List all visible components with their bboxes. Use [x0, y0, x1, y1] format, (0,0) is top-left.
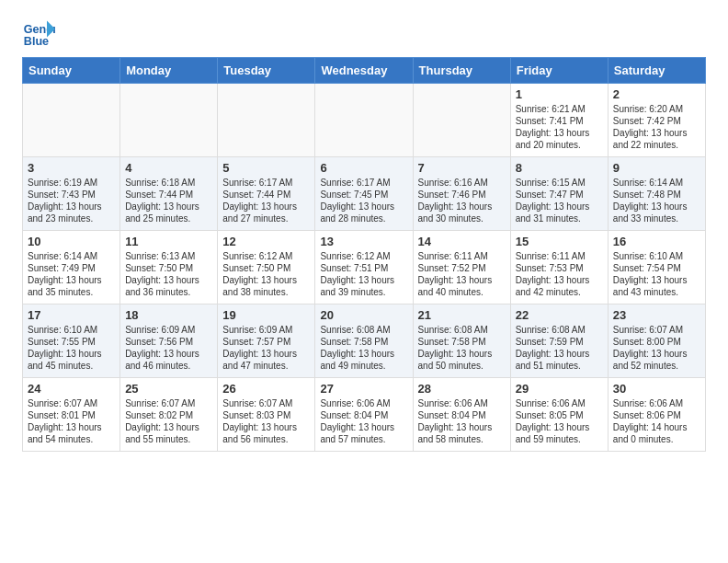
day-number: 12 [222, 235, 310, 248]
day-info: Sunrise: 6:14 AM Sunset: 7:49 PM Dayligh… [28, 250, 115, 298]
calendar-day-23: 23Sunrise: 6:07 AM Sunset: 8:00 PM Dayli… [608, 304, 705, 378]
day-info: Sunrise: 6:07 AM Sunset: 8:01 PM Dayligh… [28, 397, 115, 445]
day-info: Sunrise: 6:13 AM Sunset: 7:50 PM Dayligh… [125, 250, 212, 298]
calendar-day-10: 10Sunrise: 6:14 AM Sunset: 7:49 PM Dayli… [23, 231, 120, 304]
day-number: 29 [516, 382, 603, 396]
calendar-day-24: 24Sunrise: 6:07 AM Sunset: 8:01 PM Dayli… [23, 378, 120, 452]
day-info: Sunrise: 6:10 AM Sunset: 7:55 PM Dayligh… [28, 324, 115, 372]
day-number: 9 [613, 161, 700, 175]
day-header-thursday: Thursday [413, 58, 510, 84]
day-info: Sunrise: 6:09 AM Sunset: 7:56 PM Dayligh… [125, 324, 212, 372]
calendar-day-6: 6Sunrise: 6:17 AM Sunset: 7:45 PM Daylig… [315, 157, 413, 231]
calendar-day-29: 29Sunrise: 6:06 AM Sunset: 8:05 PM Dayli… [510, 378, 608, 452]
day-info: Sunrise: 6:12 AM Sunset: 7:50 PM Dayligh… [222, 250, 310, 298]
day-info: Sunrise: 6:06 AM Sunset: 8:05 PM Dayligh… [516, 397, 603, 445]
day-info: Sunrise: 6:09 AM Sunset: 7:57 PM Dayligh… [222, 324, 310, 372]
calendar-empty [315, 84, 413, 157]
day-number: 13 [320, 235, 407, 248]
day-info: Sunrise: 6:07 AM Sunset: 8:03 PM Dayligh… [222, 397, 310, 445]
calendar-day-4: 4Sunrise: 6:18 AM Sunset: 7:44 PM Daylig… [120, 157, 218, 231]
day-header-sunday: Sunday [23, 58, 120, 84]
calendar-week-4: 17Sunrise: 6:10 AM Sunset: 7:55 PM Dayli… [23, 304, 706, 378]
header: General Blue [0, 0, 728, 57]
calendar-day-25: 25Sunrise: 6:07 AM Sunset: 8:02 PM Dayli… [120, 378, 218, 452]
calendar-day-22: 22Sunrise: 6:08 AM Sunset: 7:59 PM Dayli… [510, 304, 608, 378]
day-number: 1 [516, 87, 603, 101]
day-info: Sunrise: 6:06 AM Sunset: 8:06 PM Dayligh… [613, 397, 700, 445]
calendar-day-1: 1Sunrise: 6:21 AM Sunset: 7:41 PM Daylig… [510, 84, 608, 157]
day-info: Sunrise: 6:10 AM Sunset: 7:54 PM Dayligh… [613, 250, 700, 298]
calendar-day-26: 26Sunrise: 6:07 AM Sunset: 8:03 PM Dayli… [218, 378, 315, 452]
calendar-day-19: 19Sunrise: 6:09 AM Sunset: 7:57 PM Dayli… [218, 304, 315, 378]
svg-text:Blue: Blue [24, 35, 49, 48]
day-number: 7 [418, 161, 506, 175]
day-number: 18 [125, 308, 212, 322]
calendar-day-14: 14Sunrise: 6:11 AM Sunset: 7:52 PM Dayli… [413, 231, 510, 304]
logo-icon: General Blue [22, 17, 55, 50]
calendar-day-28: 28Sunrise: 6:06 AM Sunset: 8:04 PM Dayli… [413, 378, 510, 452]
calendar-day-3: 3Sunrise: 6:19 AM Sunset: 7:43 PM Daylig… [23, 157, 120, 231]
day-number: 4 [125, 161, 212, 175]
calendar-day-9: 9Sunrise: 6:14 AM Sunset: 7:48 PM Daylig… [608, 157, 705, 231]
day-number: 20 [320, 308, 407, 322]
calendar-day-15: 15Sunrise: 6:11 AM Sunset: 7:53 PM Dayli… [510, 231, 608, 304]
calendar-day-11: 11Sunrise: 6:13 AM Sunset: 7:50 PM Dayli… [120, 231, 218, 304]
day-info: Sunrise: 6:06 AM Sunset: 8:04 PM Dayligh… [418, 397, 506, 445]
day-info: Sunrise: 6:17 AM Sunset: 7:45 PM Dayligh… [320, 177, 407, 224]
calendar-day-2: 2Sunrise: 6:20 AM Sunset: 7:42 PM Daylig… [608, 84, 705, 157]
day-info: Sunrise: 6:07 AM Sunset: 8:00 PM Dayligh… [613, 324, 700, 372]
day-number: 2 [613, 87, 700, 101]
calendar-day-17: 17Sunrise: 6:10 AM Sunset: 7:55 PM Dayli… [23, 304, 120, 378]
day-info: Sunrise: 6:07 AM Sunset: 8:02 PM Dayligh… [125, 397, 212, 445]
calendar-empty [120, 84, 218, 157]
day-number: 16 [613, 235, 700, 248]
day-info: Sunrise: 6:06 AM Sunset: 8:04 PM Dayligh… [320, 397, 407, 445]
day-number: 17 [28, 308, 115, 322]
day-header-wednesday: Wednesday [315, 58, 413, 84]
day-header-saturday: Saturday [608, 58, 705, 84]
day-number: 28 [418, 382, 506, 396]
day-header-friday: Friday [510, 58, 608, 84]
logo: General Blue [22, 17, 59, 50]
calendar-day-30: 30Sunrise: 6:06 AM Sunset: 8:06 PM Dayli… [608, 378, 705, 452]
calendar-day-27: 27Sunrise: 6:06 AM Sunset: 8:04 PM Dayli… [315, 378, 413, 452]
day-number: 15 [516, 235, 603, 248]
day-number: 30 [613, 382, 700, 396]
calendar-week-2: 3Sunrise: 6:19 AM Sunset: 7:43 PM Daylig… [23, 157, 706, 231]
day-info: Sunrise: 6:18 AM Sunset: 7:44 PM Dayligh… [125, 177, 212, 224]
day-info: Sunrise: 6:08 AM Sunset: 7:59 PM Dayligh… [516, 324, 603, 372]
day-header-monday: Monday [120, 58, 218, 84]
calendar-empty [218, 84, 315, 157]
day-number: 26 [222, 382, 310, 396]
calendar-header-row: SundayMondayTuesdayWednesdayThursdayFrid… [23, 58, 706, 84]
calendar-day-12: 12Sunrise: 6:12 AM Sunset: 7:50 PM Dayli… [218, 231, 315, 304]
day-number: 23 [613, 308, 700, 322]
day-info: Sunrise: 6:20 AM Sunset: 7:42 PM Dayligh… [613, 103, 700, 151]
day-number: 25 [125, 382, 212, 396]
day-info: Sunrise: 6:16 AM Sunset: 7:46 PM Dayligh… [418, 177, 506, 224]
day-number: 10 [28, 235, 115, 248]
day-info: Sunrise: 6:11 AM Sunset: 7:53 PM Dayligh… [516, 250, 603, 298]
day-number: 27 [320, 382, 407, 396]
calendar-week-1: 1Sunrise: 6:21 AM Sunset: 7:41 PM Daylig… [23, 84, 706, 157]
day-number: 8 [516, 161, 603, 175]
day-header-tuesday: Tuesday [218, 58, 315, 84]
calendar-day-7: 7Sunrise: 6:16 AM Sunset: 7:46 PM Daylig… [413, 157, 510, 231]
day-number: 11 [125, 235, 212, 248]
calendar-day-18: 18Sunrise: 6:09 AM Sunset: 7:56 PM Dayli… [120, 304, 218, 378]
day-number: 6 [320, 161, 407, 175]
day-info: Sunrise: 6:08 AM Sunset: 7:58 PM Dayligh… [320, 324, 407, 372]
calendar-day-16: 16Sunrise: 6:10 AM Sunset: 7:54 PM Dayli… [608, 231, 705, 304]
calendar-week-5: 24Sunrise: 6:07 AM Sunset: 8:01 PM Dayli… [23, 378, 706, 452]
day-info: Sunrise: 6:17 AM Sunset: 7:44 PM Dayligh… [222, 177, 310, 224]
day-info: Sunrise: 6:11 AM Sunset: 7:52 PM Dayligh… [418, 250, 506, 298]
day-number: 24 [28, 382, 115, 396]
calendar-day-13: 13Sunrise: 6:12 AM Sunset: 7:51 PM Dayli… [315, 231, 413, 304]
day-info: Sunrise: 6:12 AM Sunset: 7:51 PM Dayligh… [320, 250, 407, 298]
calendar-day-5: 5Sunrise: 6:17 AM Sunset: 7:44 PM Daylig… [218, 157, 315, 231]
calendar-day-21: 21Sunrise: 6:08 AM Sunset: 7:58 PM Dayli… [413, 304, 510, 378]
day-number: 19 [222, 308, 310, 322]
day-number: 3 [28, 161, 115, 175]
day-info: Sunrise: 6:08 AM Sunset: 7:58 PM Dayligh… [418, 324, 506, 372]
day-number: 14 [418, 235, 506, 248]
